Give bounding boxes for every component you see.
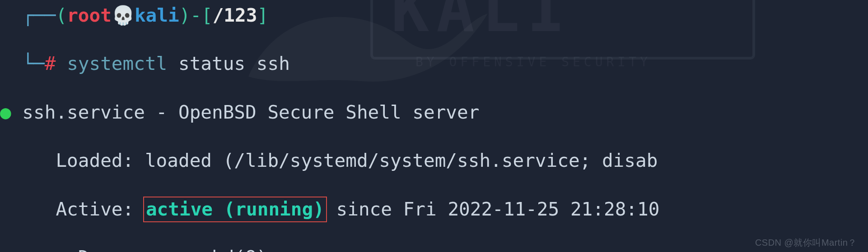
- loaded-line: Loaded: loaded (/lib/systemd/system/ssh.…: [0, 149, 868, 173]
- prompt-cwd: /123: [213, 5, 257, 26]
- active-highlight: active (running): [143, 197, 327, 223]
- active-line: Active: active (running) since Fri 2022-…: [0, 197, 868, 222]
- prompt-line-1: ┌──(root💀kali)-[/123]: [0, 4, 868, 28]
- terminal-output: ┌──(root💀kali)-[/123] └─# systemctl stat…: [0, 0, 868, 252]
- tree-corner-icon: ┌──: [22, 5, 56, 26]
- paren-open: (: [56, 5, 67, 26]
- service-line: ● ssh.service - OpenBSD Secure Shell ser…: [0, 101, 868, 125]
- loaded-text: Loaded: loaded (/lib/systemd/system/ssh.…: [0, 150, 658, 171]
- status-dot-icon: ●: [0, 101, 11, 123]
- paren-close: ): [179, 5, 191, 26]
- prompt-host: kali: [135, 5, 179, 26]
- prompt-user: root: [67, 5, 112, 26]
- prompt-line-2: └─# systemctl status ssh: [0, 52, 868, 76]
- csdn-watermark: CSDN @就你叫Martin？: [755, 237, 857, 248]
- active-status: active (running): [146, 198, 324, 220]
- command-args: status ssh: [178, 53, 290, 74]
- active-label: Active:: [0, 198, 145, 220]
- docs1-text: Docs: man:sshd(8): [0, 247, 267, 252]
- skull-icon: 💀: [112, 5, 135, 26]
- tree-end-icon: └─: [22, 53, 44, 74]
- command-name: systemctl: [67, 53, 167, 74]
- docs-line-1: Docs: man:sshd(8): [0, 246, 868, 252]
- prompt-dash: -: [190, 5, 201, 26]
- bracket-open: [: [201, 5, 213, 26]
- bracket-close: ]: [257, 5, 268, 26]
- prompt-sigil: #: [45, 53, 56, 74]
- active-rest: since Fri 2022-11-25 21:28:10: [325, 198, 660, 220]
- service-text: ssh.service - OpenBSD Secure Shell serve…: [11, 101, 480, 123]
